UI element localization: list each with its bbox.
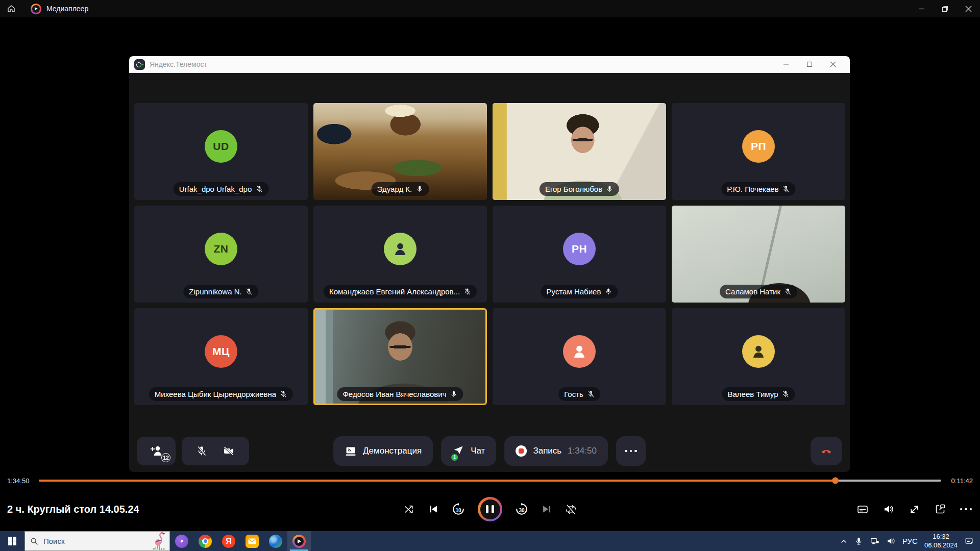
participant-tile[interactable]: МЦ Михеева Цыбик Цырендоржиевна [134, 308, 308, 405]
participant-name-pill: Гость [558, 387, 600, 401]
participant-name: Р.Ю. Почекаев [727, 185, 778, 193]
hangup-button[interactable] [811, 437, 842, 465]
participant-tile[interactable]: ZN Zipunnikowa N. [134, 206, 308, 303]
progress-bar[interactable] [39, 480, 941, 482]
close-icon [830, 61, 836, 67]
next-icon [541, 504, 552, 515]
flamingo-image [150, 531, 167, 550]
search-box[interactable]: Поиск [24, 531, 170, 551]
captions-button[interactable] [856, 503, 869, 515]
previous-icon [428, 504, 439, 515]
mute-button[interactable] [196, 445, 207, 457]
demo-button[interactable]: Демонстрация [333, 436, 433, 466]
notification-icon [964, 536, 974, 546]
more-button[interactable] [616, 436, 646, 466]
record-button[interactable]: Запись 1:34:50 [504, 436, 608, 466]
minimize-button[interactable] [910, 0, 933, 17]
elapsed-time: 1:34:50 [7, 477, 32, 485]
camera-button[interactable] [223, 445, 235, 457]
chat-badge: 1 [451, 454, 458, 461]
start-button[interactable] [0, 531, 24, 551]
more-icon [960, 508, 972, 511]
mic-muted-icon [784, 288, 792, 295]
camera-off-icon [223, 445, 235, 457]
telemost-minimize-button[interactable] [774, 56, 798, 73]
taskbar-icon-chrome[interactable] [193, 531, 217, 551]
participant-tile[interactable]: РП Р.Ю. Почекаев [672, 103, 845, 200]
shuffle-off-icon [403, 504, 415, 515]
participant-name-pill: Саламов Натик [720, 285, 797, 298]
restore-button[interactable] [933, 0, 957, 17]
repeat-button[interactable] [565, 504, 577, 515]
demo-label: Демонстрация [363, 446, 422, 456]
telemost-window: Яндекс.Телемост UD Urfak_dpo Urfak_dpo Э… [129, 56, 850, 472]
telemost-titlebar: Яндекс.Телемост [129, 56, 850, 73]
participant-tile[interactable]: Валеев Тимур [672, 308, 845, 405]
mic-on-icon [604, 288, 612, 295]
progress-fill [39, 480, 836, 482]
shuffle-button[interactable] [403, 504, 415, 515]
chat-button[interactable]: 1 Чат [441, 436, 496, 466]
person-icon [392, 241, 408, 257]
add-participants-button[interactable]: 12 [137, 437, 176, 465]
participant-tile[interactable]: UD Urfak_dpo Urfak_dpo [134, 103, 308, 200]
participant-tile[interactable]: Саламов Натик [672, 206, 845, 303]
clock[interactable]: 16:32 06.06.2024 [924, 533, 958, 550]
participant-avatar [563, 335, 596, 368]
player-more-button[interactable] [960, 508, 972, 511]
participant-tile[interactable]: Команджаев Евгений Александров... [313, 206, 487, 303]
participant-tile[interactable]: Егор Боголюбов [493, 103, 666, 200]
telemost-close-button[interactable] [821, 56, 845, 73]
taskbar-icon-media-player[interactable] [287, 531, 311, 551]
chat-label: Чат [471, 446, 485, 456]
taskbar-icon-edge[interactable] [264, 531, 287, 551]
mic-muted-icon [255, 185, 263, 193]
language-indicator[interactable]: РУС [902, 537, 918, 545]
fullscreen-button[interactable] [909, 504, 920, 515]
edge-icon [269, 535, 282, 548]
search-input[interactable]: Поиск [43, 537, 65, 545]
pause-button[interactable] [478, 497, 502, 521]
pause-icon [480, 499, 500, 519]
close-icon [965, 6, 972, 12]
notification-button[interactable] [964, 536, 974, 546]
progress-thumb[interactable] [832, 478, 839, 484]
minimize-icon [918, 6, 925, 12]
chrome-icon [199, 535, 212, 548]
previous-button[interactable] [428, 504, 439, 515]
tray-volume-button[interactable] [886, 536, 896, 546]
participant-avatar [742, 335, 775, 368]
participant-name-pill: Валеев Тимур [722, 387, 795, 401]
home-button[interactable] [0, 0, 22, 17]
taskbar-icon-alice[interactable] [170, 531, 193, 551]
participant-name-pill: Urfak_dpo Urfak_dpo [174, 182, 269, 196]
tray-time: 16:32 [933, 533, 949, 540]
pip-button[interactable] [934, 503, 946, 515]
participant-name-pill: Zipunnikowa N. [183, 285, 258, 298]
minimize-icon [783, 61, 789, 67]
rewind-10-button[interactable]: 10 [452, 503, 465, 516]
telemost-maximize-button[interactable] [798, 56, 821, 73]
tray-chevron-button[interactable] [840, 537, 848, 545]
mic-muted-icon [463, 288, 471, 295]
more-icon [625, 450, 637, 453]
next-button[interactable] [541, 504, 552, 515]
mic-muted-icon [781, 390, 789, 398]
participant-tile[interactable]: Эдуард К. [313, 103, 487, 200]
close-button[interactable] [957, 0, 980, 17]
player-controls-row: 2 ч. Круглый стол 14.05.24 10 30 [0, 489, 980, 530]
participant-grid: UD Urfak_dpo Urfak_dpo Эдуард К. Егор Бо… [134, 103, 845, 405]
tray-network-button[interactable] [870, 536, 879, 546]
volume-button[interactable] [883, 503, 895, 515]
participant-tile[interactable]: Федосов Иван Вячеславович [313, 308, 487, 405]
taskbar-icon-mail[interactable] [240, 531, 264, 551]
forward-30-button[interactable]: 30 [515, 503, 528, 516]
taskbar-icon-yandex[interactable]: Я [217, 531, 240, 551]
tray-mic-button[interactable] [854, 537, 863, 545]
mic-muted-icon [246, 288, 253, 295]
participant-tile[interactable]: РН Рустам Набиев [493, 206, 666, 303]
participant-tile[interactable]: Гость [493, 308, 666, 405]
person-icon [750, 343, 767, 360]
mic-muted-icon [782, 185, 790, 193]
record-time: 1:34:50 [568, 446, 597, 456]
